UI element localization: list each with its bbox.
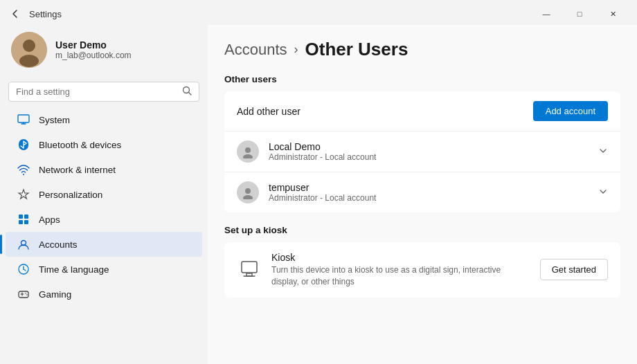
sidebar-item-gaming[interactable]: Gaming (6, 282, 202, 307)
avatar (11, 32, 47, 68)
svg-point-2 (19, 55, 39, 67)
chevron-down-icon (598, 187, 608, 199)
user-row-sub: Administrator - Local account (269, 193, 589, 203)
main-layout: User Demo m_lab@outlook.com (0, 25, 637, 364)
svg-rect-13 (24, 220, 28, 224)
sidebar-item-time[interactable]: Time & language (6, 257, 202, 282)
chevron-down-icon (598, 146, 608, 158)
user-profile[interactable]: User Demo m_lab@outlook.com (0, 25, 208, 79)
accounts-label: Accounts (39, 239, 78, 250)
time-label: Time & language (39, 264, 109, 275)
personalization-icon (17, 188, 30, 201)
accounts-icon (17, 237, 30, 251)
table-row[interactable]: tempuser Administrator - Local account (224, 172, 620, 212)
other-users-section-title: Other users (224, 74, 620, 84)
close-button[interactable]: ✕ (597, 4, 629, 24)
kiosk-info: Kiosk Turn this device into a kiosk to u… (271, 252, 530, 288)
personalization-label: Personalization (39, 190, 102, 200)
svg-point-25 (245, 188, 251, 194)
kiosk-section-title: Set up a kiosk (224, 225, 620, 235)
content-area: Accounts › Other Users Other users Add o… (208, 25, 637, 364)
other-users-card: Add other user Add account Local Demo Ad… (224, 91, 620, 212)
add-user-label: Add other user (237, 106, 300, 117)
user-name: User Demo (55, 39, 132, 51)
user-info: User Demo m_lab@outlook.com (55, 39, 132, 60)
system-icon (17, 113, 30, 127)
bluetooth-icon (17, 138, 30, 152)
gaming-label: Gaming (39, 289, 71, 300)
search-box[interactable] (8, 82, 199, 102)
sidebar-item-accounts[interactable]: Accounts (6, 232, 202, 257)
user-email: m_lab@outlook.com (55, 51, 132, 60)
user-row-info: tempuser Administrator - Local account (269, 182, 589, 203)
svg-rect-10 (19, 215, 23, 219)
svg-point-24 (243, 154, 253, 158)
kiosk-description: Turn this device into a kiosk to use as … (271, 264, 530, 288)
back-button[interactable] (8, 7, 22, 21)
user-avatar-tempuser (237, 181, 259, 203)
sidebar-item-network[interactable]: Network & internet (6, 157, 202, 182)
table-row[interactable]: Local Demo Administrator - Local account (224, 131, 620, 172)
kiosk-icon (237, 257, 262, 282)
svg-rect-27 (242, 262, 257, 273)
breadcrumb-parent[interactable]: Accounts (224, 41, 287, 59)
add-account-button[interactable]: Add account (533, 101, 608, 121)
kiosk-card: Kiosk Turn this device into a kiosk to u… (224, 242, 620, 298)
svg-rect-12 (19, 220, 23, 224)
user-row-sub: Administrator - Local account (269, 152, 589, 162)
minimize-button[interactable]: — (530, 4, 562, 24)
svg-point-21 (25, 293, 26, 294)
svg-point-1 (23, 39, 35, 52)
search-icon (182, 86, 192, 98)
system-label: System (39, 115, 70, 125)
user-row-name: Local Demo (269, 141, 589, 152)
user-avatar-local-demo (237, 140, 259, 163)
kiosk-section: Set up a kiosk Kiosk Turn this device in… (224, 225, 620, 298)
svg-line-4 (189, 93, 192, 95)
sidebar-item-personalization[interactable]: Personalization (6, 182, 202, 207)
sidebar-item-bluetooth[interactable]: Bluetooth & devices (6, 132, 202, 157)
kiosk-name: Kiosk (271, 252, 530, 263)
svg-rect-11 (24, 215, 28, 219)
breadcrumb: Accounts › Other Users (224, 39, 620, 60)
get-started-button[interactable]: Get started (540, 259, 608, 280)
breadcrumb-current: Other Users (305, 39, 409, 60)
bluetooth-label: Bluetooth & devices (39, 140, 121, 150)
title-bar: Settings — □ ✕ (0, 0, 637, 25)
svg-rect-5 (18, 115, 29, 122)
title-bar-left: Settings (8, 7, 62, 21)
svg-line-17 (24, 269, 26, 271)
search-input[interactable] (16, 87, 178, 97)
network-icon (17, 163, 30, 176)
breadcrumb-separator: › (294, 42, 298, 57)
svg-point-9 (23, 174, 24, 175)
sidebar-item-system[interactable]: System (6, 107, 202, 132)
time-icon (17, 262, 30, 276)
window-controls: — □ ✕ (530, 4, 629, 24)
sidebar: User Demo m_lab@outlook.com (0, 25, 208, 364)
apps-icon (17, 212, 30, 226)
network-label: Network & internet (39, 165, 116, 175)
svg-point-22 (26, 294, 28, 295)
gaming-icon (17, 287, 30, 301)
sidebar-item-apps[interactable]: Apps (6, 207, 202, 232)
apps-label: Apps (39, 215, 60, 225)
add-user-row: Add other user Add account (224, 91, 620, 131)
user-row-name: tempuser (269, 182, 589, 193)
svg-point-23 (245, 147, 251, 153)
user-row-info: Local Demo Administrator - Local account (269, 141, 589, 162)
app-title: Settings (29, 9, 62, 19)
svg-point-26 (243, 195, 253, 199)
maximize-button[interactable]: □ (564, 4, 595, 24)
